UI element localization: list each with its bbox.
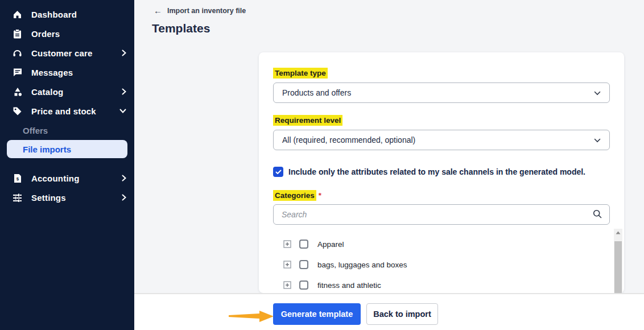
tag-icon (13, 106, 22, 116)
category-row-apparel: Apparel (273, 234, 610, 254)
chevron-right-icon (122, 194, 126, 201)
bottom-action-bar: Generate template Back to import (134, 293, 644, 330)
headset-icon (13, 48, 22, 58)
clipboard-icon (13, 29, 22, 39)
template-settings-card: Template type Products and offers Requir… (259, 52, 624, 293)
sidebar-item-dashboard[interactable]: Dashboard (0, 5, 134, 24)
required-asterisk: * (319, 191, 321, 200)
svg-text:$: $ (16, 176, 19, 182)
category-checkbox[interactable] (299, 260, 308, 269)
template-type-label: Template type (273, 68, 328, 79)
category-checkbox[interactable] (299, 280, 308, 290)
back-link-label: Import an inventory file (167, 7, 246, 15)
sidebar-item-label: Orders (31, 29, 60, 39)
sidebar-item-settings[interactable]: Settings (0, 188, 134, 207)
chat-icon (13, 68, 22, 77)
sidebar-item-label: Customer care (31, 48, 93, 58)
sidebar-subitem-file-imports[interactable]: File imports (7, 140, 127, 158)
template-type-value: Products and offers (282, 88, 351, 97)
category-row-bags: bags, luggages and boxes (273, 254, 610, 275)
template-type-select[interactable]: Products and offers (273, 82, 610, 103)
scrollbar-up-arrow-icon[interactable] (614, 229, 622, 237)
requirement-level-select[interactable]: All (required, recommended, optional) (273, 130, 610, 150)
category-checkbox[interactable] (299, 240, 308, 249)
shapes-icon (13, 87, 22, 97)
sidebar-item-label: Accounting (31, 174, 80, 183)
category-row-fitness: fitness and athletic (273, 275, 610, 295)
sidebar-item-label: Dashboard (31, 10, 77, 19)
expand-plus-icon[interactable] (283, 240, 291, 248)
sidebar-item-price-and-stock[interactable]: Price and stock (0, 101, 134, 121)
home-icon (13, 10, 22, 19)
sidebar-item-label: Settings (31, 193, 66, 203)
sidebar-item-accounting[interactable]: $ Accounting (0, 168, 134, 188)
sidebar-item-label: Catalog (31, 87, 63, 97)
page-title: Templates (152, 22, 210, 35)
category-list-scrollbar[interactable] (614, 229, 622, 293)
requirement-level-value: All (required, recommended, optional) (282, 135, 415, 145)
categories-search (273, 204, 610, 225)
annotation-arrow-icon (229, 310, 274, 325)
main-content: ← Import an inventory file Templates Tem… (134, 0, 644, 293)
categories-label: Categories (273, 190, 316, 201)
sidebar-item-messages[interactable]: Messages (0, 63, 134, 82)
sidebar-item-customer-care[interactable]: Customer care (0, 43, 134, 63)
chevron-right-icon (122, 50, 126, 56)
category-label: fitness and athletic (317, 281, 381, 290)
include-attributes-label: Include only the attributes related to m… (288, 167, 585, 176)
generate-template-button[interactable]: Generate template (273, 303, 361, 325)
categories-search-input[interactable] (273, 204, 610, 225)
sliders-icon (13, 193, 22, 203)
back-to-import-button[interactable]: Back to import (366, 303, 438, 325)
expand-plus-icon[interactable] (283, 281, 291, 289)
back-link-import-inventory-file[interactable]: ← Import an inventory file (154, 6, 246, 15)
chevron-down-icon (594, 135, 601, 145)
chevron-down-icon (119, 109, 126, 113)
back-arrow-icon: ← (154, 6, 162, 15)
sidebar-subitem-offers[interactable]: Offers (7, 121, 127, 139)
sidebar-divider-gap (0, 159, 134, 168)
chevron-right-icon (122, 175, 126, 182)
scrollbar-thumb[interactable] (614, 241, 622, 293)
invoice-icon: $ (13, 174, 22, 183)
sidebar-item-orders[interactable]: Orders (0, 24, 134, 43)
chevron-down-icon (594, 88, 601, 98)
categories-tree: Apparel bags, luggages and boxes fitness… (273, 234, 610, 295)
sidebar-item-label: Messages (31, 68, 73, 77)
sidebar-item-catalog[interactable]: Catalog (0, 82, 134, 101)
expand-plus-icon[interactable] (283, 261, 291, 269)
chevron-right-icon (122, 88, 126, 95)
include-attributes-checkbox[interactable] (273, 167, 283, 177)
sidebar-item-label: Price and stock (31, 106, 96, 116)
category-label: bags, luggages and boxes (317, 261, 407, 269)
include-attributes-row: Include only the attributes related to m… (273, 167, 610, 177)
sidebar: Dashboard Orders Customer care Messages … (0, 0, 134, 330)
category-label: Apparel (317, 240, 344, 249)
requirement-level-label: Requirement level (273, 115, 342, 126)
search-icon[interactable] (593, 209, 602, 221)
